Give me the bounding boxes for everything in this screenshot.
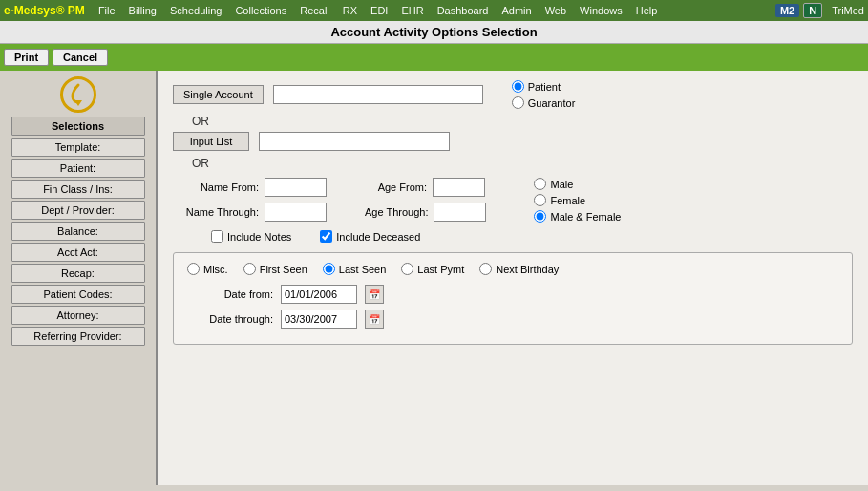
sidebar-item-attorney[interactable]: Attorney: [11, 306, 145, 325]
male-radio[interactable] [534, 178, 546, 190]
age-through-label: Age Through: [365, 206, 428, 218]
sidebar-item-template[interactable]: Template: [11, 138, 145, 157]
age-from-label: Age From: [365, 181, 427, 193]
menu-help[interactable]: Help [634, 5, 660, 16]
toolbar: Print Cancel [0, 44, 868, 71]
sidebar-item-fin-class[interactable]: Fin Class / Ins: [11, 180, 145, 199]
date-from-input[interactable] [281, 285, 357, 304]
name-from-label: Name From: [182, 181, 259, 193]
patient-radio[interactable] [512, 80, 524, 93]
single-account-button[interactable]: Single Account [173, 85, 264, 104]
input-list-field[interactable] [259, 132, 450, 151]
last-seen-radio[interactable] [323, 263, 335, 275]
last-pymt-radio[interactable] [401, 263, 413, 275]
date-from-calendar-button[interactable]: 📅 [365, 285, 384, 304]
name-through-input[interactable] [265, 203, 327, 222]
guarantor-radio-label[interactable]: Guarantor [512, 96, 576, 109]
menu-file[interactable]: File [96, 5, 117, 16]
date-through-calendar-button[interactable]: 📅 [365, 310, 384, 329]
guarantor-label: Guarantor [528, 97, 576, 109]
sidebar-item-selections[interactable]: Selections [11, 117, 145, 136]
male-female-radio[interactable] [534, 210, 546, 223]
sidebar: Selections Template: Patient: Fin Class … [0, 71, 158, 485]
cancel-button[interactable]: Cancel [53, 49, 108, 66]
main-layout: Selections Template: Patient: Fin Class … [0, 71, 868, 485]
sidebar-item-referring-provider[interactable]: Referring Provider: [11, 327, 145, 346]
male-female-radio-label[interactable]: Male & Female [534, 210, 621, 223]
menu-billing[interactable]: Billing [127, 5, 159, 16]
include-deceased-label[interactable]: Include Deceased [320, 230, 420, 243]
patient-radio-label[interactable]: Patient [512, 80, 576, 93]
include-row: Include Notes Include Deceased [211, 230, 853, 243]
input-list-row: Input List [173, 132, 853, 151]
age-through-input[interactable] [434, 203, 486, 222]
sidebar-item-patient[interactable]: Patient: [11, 159, 145, 178]
female-radio-label[interactable]: Female [534, 194, 621, 206]
name-column: Name From: Name Through: [182, 178, 327, 223]
date-type-row: Misc. First Seen Last Seen Last Pymt Nex… [187, 263, 838, 275]
menu-bar: e-Medsys® PM File Billing Scheduling Col… [0, 0, 868, 21]
menu-recall[interactable]: Recall [298, 5, 331, 16]
menu-ehr[interactable]: EHR [399, 5, 425, 16]
name-through-label: Name Through: [182, 206, 259, 218]
last-pymt-text: Last Pymt [417, 264, 464, 275]
misc-radio-label[interactable]: Misc. [187, 263, 228, 275]
sidebar-item-acct-act[interactable]: Acct Act: [11, 243, 145, 262]
next-birthday-radio[interactable] [479, 263, 492, 275]
menu-admin[interactable]: Admin [499, 5, 533, 16]
male-label: Male [550, 179, 573, 190]
next-birthday-radio-label[interactable]: Next Birthday [479, 263, 559, 275]
menu-windows[interactable]: Windows [578, 5, 625, 16]
age-from-input[interactable] [433, 178, 485, 197]
menu-rx[interactable]: RX [341, 5, 359, 16]
last-seen-radio-label[interactable]: Last Seen [323, 263, 387, 275]
include-notes-label[interactable]: Include Notes [211, 230, 291, 243]
first-seen-text: First Seen [260, 264, 307, 275]
patient-label: Patient [528, 81, 561, 93]
first-seen-radio-label[interactable]: First Seen [243, 263, 307, 275]
menu-web[interactable]: Web [543, 5, 568, 16]
sidebar-arrow [60, 76, 96, 113]
input-list-button[interactable]: Input List [173, 132, 249, 151]
last-pymt-radio-label[interactable]: Last Pymt [401, 263, 464, 275]
name-age-section: Name From: Name Through: Age From: Age T… [182, 178, 853, 223]
next-birthday-text: Next Birthday [496, 264, 559, 275]
badge-m2[interactable]: M2 [775, 4, 799, 17]
sidebar-item-balance[interactable]: Balance: [11, 222, 145, 241]
include-notes-text: Include Notes [227, 231, 291, 243]
trimed-label: TriMed [832, 5, 864, 16]
menu-edi[interactable]: EDI [369, 5, 390, 16]
menu-collections[interactable]: Collections [233, 5, 288, 16]
single-account-input[interactable] [273, 85, 483, 104]
date-through-label: Date through: [187, 313, 273, 325]
male-radio-label[interactable]: Male [534, 178, 621, 190]
arrow-icon [65, 81, 92, 108]
name-through-row: Name Through: [182, 203, 327, 222]
female-radio[interactable] [534, 194, 546, 206]
badge-n[interactable]: N [803, 3, 822, 18]
last-seen-text: Last Seen [339, 264, 387, 275]
menu-scheduling[interactable]: Scheduling [168, 5, 223, 16]
sidebar-item-patient-codes[interactable]: Patient Codes: [11, 285, 145, 304]
misc-radio[interactable] [187, 263, 200, 275]
guarantor-radio[interactable] [512, 96, 524, 109]
first-seen-radio[interactable] [243, 263, 256, 275]
include-deceased-text: Include Deceased [336, 231, 420, 243]
app-title: e-Medsys® PM [4, 4, 85, 17]
or-label-1: OR [192, 115, 853, 128]
date-from-label: Date from: [187, 288, 273, 300]
name-from-input[interactable] [265, 178, 327, 197]
menu-dashboard[interactable]: Dashboard [435, 5, 491, 16]
include-deceased-checkbox[interactable] [320, 230, 332, 243]
sidebar-item-recap[interactable]: Recap: [11, 264, 145, 283]
patient-guarantor-group: Patient Guarantor [512, 80, 576, 109]
male-female-label: Male & Female [550, 211, 621, 223]
single-account-row: Single Account Patient Guarantor [173, 80, 853, 109]
bottom-box: Misc. First Seen Last Seen Last Pymt Nex… [173, 252, 853, 345]
date-through-input[interactable] [281, 310, 357, 329]
include-notes-checkbox[interactable] [211, 230, 223, 243]
print-button[interactable]: Print [4, 49, 49, 66]
gender-group: Male Female Male & Female [534, 178, 621, 223]
sidebar-item-dept-provider[interactable]: Dept / Provider: [11, 201, 145, 220]
or-label-2: OR [192, 157, 853, 170]
